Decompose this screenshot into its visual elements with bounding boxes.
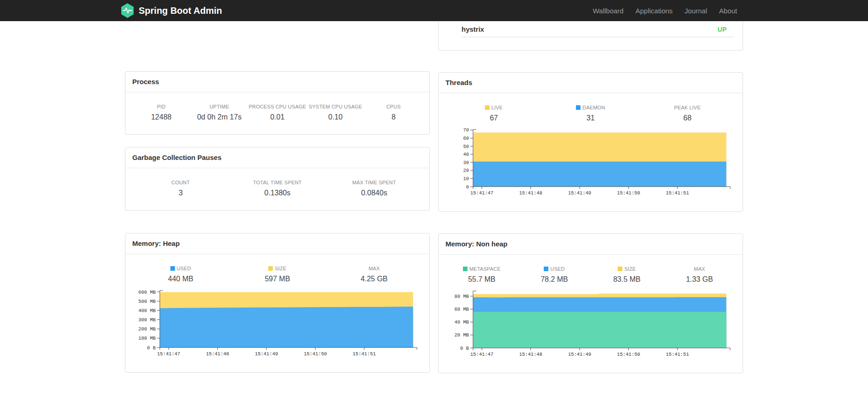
brand-title: Spring Boot Admin [139,6,222,16]
stat-value: 8 [365,113,423,121]
stat-max-time-spent: MAX TIME SPENT0.0840s [326,180,423,197]
svg-text:0 B: 0 B [460,346,469,351]
svg-text:15:41:49: 15:41:49 [568,352,591,357]
stat-value: 78.2 MB [518,275,591,284]
application-status-row[interactable]: hystrix UP [439,21,743,33]
memory-heap-card: Memory: Heap USED440 MBSIZE597 MBMAX4.25… [125,233,430,373]
threads-card: Threads LIVE67DAEMON31PEAK LIVE68 010203… [438,72,743,212]
stat-size: SIZE83.5 MB [591,266,663,284]
threads-chart: 01020304050607015:41:4715:41:4815:41:491… [445,127,736,199]
stat-label: MAX TIME SPENT [326,180,423,185]
svg-text:200 MB: 200 MB [138,326,156,332]
svg-text:15:41:51: 15:41:51 [666,352,689,357]
legend-swatch-icon [618,267,622,271]
stat-system-cpu-usage: SYSTEM CPU USAGE0.10 [306,104,364,121]
svg-text:40: 40 [463,152,469,157]
navbar-inner: Spring Boot Admin Wallboard Applications… [125,0,743,21]
svg-text:500 MB: 500 MB [138,299,156,304]
stat-value: 4.25 GB [326,275,423,283]
nav-item-applications[interactable]: Applications [630,7,679,15]
gc-card: Garbage Collection Pauses COUNT3TOTAL TI… [125,147,430,211]
stat-live: LIVE67 [445,105,542,122]
svg-text:15:41:51: 15:41:51 [353,351,376,357]
process-stats-row: PID12488UPTIME0d 0h 2m 17sPROCESS CPU US… [132,92,423,121]
gc-card-body: COUNT3TOTAL TIME SPENT0.1380sMAX TIME SP… [125,168,429,210]
stat-value: 67 [445,114,542,122]
svg-text:15:41:48: 15:41:48 [206,351,229,357]
stat-label: UPTIME [190,104,248,109]
svg-text:60 MB: 60 MB [454,307,469,312]
stat-used: USED78.2 MB [518,266,591,284]
nav-item-journal[interactable]: Journal [679,7,713,15]
svg-text:60: 60 [463,136,469,141]
threads-card-body: LIVE67DAEMON31PEAK LIVE68 01020304050607… [439,93,743,211]
stat-pid: PID12488 [132,104,190,121]
application-name[interactable]: hystrix [462,25,484,33]
stat-label: LIVE [445,105,542,110]
svg-text:20 MB: 20 MB [454,332,469,338]
svg-text:15:41:50: 15:41:50 [617,190,640,196]
svg-text:0 B: 0 B [147,345,156,351]
nav-item-about[interactable]: About [713,7,743,15]
memory-heap-card-title: Memory: Heap [125,233,429,254]
stat-label: PROCESS CPU USAGE [248,104,306,109]
stat-daemon: DAEMON31 [542,105,639,122]
stat-value: 55.7 MB [445,275,518,284]
stat-value: 0d 0h 2m 17s [190,113,248,121]
stat-value: 12488 [132,113,190,121]
memory-nonheap-card: Memory: Non heap METASPACE55.7 MBUSED78.… [438,233,743,373]
stat-label: USED [518,266,591,272]
stat-value: 68 [639,114,736,122]
stat-metaspace: METASPACE55.7 MB [445,266,518,284]
stat-label: SYSTEM CPU USAGE [306,104,364,109]
application-status-card: hystrix UP [438,21,743,51]
legend-swatch-icon [544,267,548,271]
svg-text:15:41:47: 15:41:47 [470,190,493,196]
svg-text:300 MB: 300 MB [138,317,156,323]
stat-value: 0.0840s [326,189,423,197]
stat-max: MAX4.25 GB [326,266,423,283]
stat-label: COUNT [132,180,229,185]
nav-item-wallboard[interactable]: Wallboard [587,7,630,15]
stat-used: USED440 MB [132,266,229,283]
stat-label: CPUS [365,104,423,109]
spring-boot-admin-logo-icon [121,3,134,18]
stat-value: 0.01 [248,113,306,121]
stat-value: 3 [132,189,229,197]
stat-size: SIZE597 MB [229,266,326,283]
svg-text:40 MB: 40 MB [454,319,469,325]
left-column: Process PID12488UPTIME0d 0h 2m 17sPROCES… [125,21,430,373]
stat-cpus: CPUS8 [365,104,423,121]
svg-text:15:41:50: 15:41:50 [304,351,327,357]
stat-value: 0.10 [306,113,364,121]
process-card: Process PID12488UPTIME0d 0h 2m 17sPROCES… [125,71,430,135]
legend-swatch-icon [170,266,175,271]
legend-swatch-icon [268,266,273,271]
stat-total-time-spent: TOTAL TIME SPENT0.1380s [229,180,326,197]
svg-text:50: 50 [463,144,469,149]
navbar: Spring Boot Admin Wallboard Applications… [0,0,868,21]
stat-uptime: UPTIME0d 0h 2m 17s [190,104,248,121]
svg-text:15:41:47: 15:41:47 [157,351,180,357]
brand-link[interactable]: Spring Boot Admin [121,3,222,18]
svg-text:80 MB: 80 MB [454,294,469,299]
stat-label: MAX [326,266,423,271]
memory-heap-card-body: USED440 MBSIZE597 MBMAX4.25 GB 0 B100 MB… [125,254,429,372]
memory-heap-stats-row: USED440 MBSIZE597 MBMAX4.25 GB [132,254,423,283]
right-column: hystrix UP Threads LIVE67DAEMON31PEAK LI… [438,21,743,373]
process-card-title: Process [125,72,429,92]
memory-nonheap-card-body: METASPACE55.7 MBUSED78.2 MBSIZE83.5 MBMA… [439,255,743,373]
legend-swatch-icon [576,105,581,110]
threads-stats-row: LIVE67DAEMON31PEAK LIVE68 [445,93,736,122]
svg-text:600 MB: 600 MB [138,290,156,295]
stat-label: SIZE [229,266,326,271]
svg-text:15:41:50: 15:41:50 [617,352,640,357]
memory-nonheap-stats-row: METASPACE55.7 MBUSED78.2 MBSIZE83.5 MBMA… [445,255,736,284]
svg-text:15:41:48: 15:41:48 [519,352,542,357]
stat-value: 0.1380s [229,189,326,197]
stat-value: 83.5 MB [591,275,663,284]
stat-label: PID [132,104,190,109]
legend-swatch-icon [463,267,468,271]
status-row-divider [462,37,733,37]
legend-swatch-icon [485,105,490,110]
